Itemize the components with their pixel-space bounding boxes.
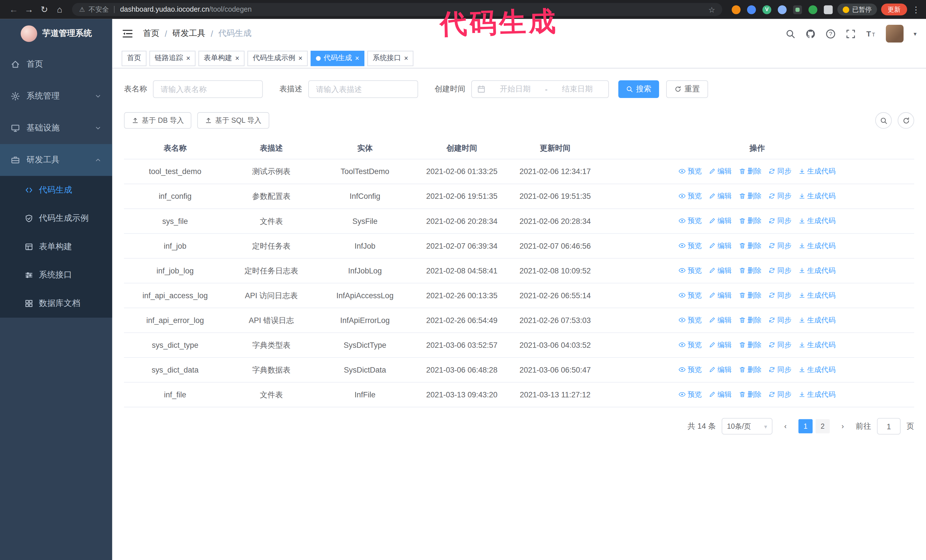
- generate-code-link[interactable]: 生成代码: [798, 365, 836, 374]
- sidebar-item-form-builder[interactable]: 表单构建: [0, 233, 112, 261]
- table-row[interactable]: inf_file 文件表 InfFile 2021-03-13 09:43:20…: [124, 382, 914, 407]
- update-button[interactable]: 更新: [881, 3, 907, 15]
- delete-link[interactable]: 删除: [738, 315, 762, 325]
- sync-link[interactable]: 同步: [769, 389, 791, 399]
- preview-link[interactable]: 预览: [679, 241, 702, 251]
- toggle-search-button[interactable]: [875, 112, 892, 129]
- search-icon[interactable]: [785, 29, 796, 39]
- github-icon[interactable]: [805, 29, 816, 39]
- next-page-button[interactable]: ›: [836, 419, 850, 433]
- table-row[interactable]: inf_job 定时任务表 InfJob 2021-02-07 06:39:34…: [124, 234, 914, 258]
- preview-link[interactable]: 预览: [679, 166, 702, 176]
- delete-link[interactable]: 删除: [738, 365, 762, 374]
- table-row[interactable]: inf_config 参数配置表 InfConfig 2021-02-06 19…: [124, 184, 914, 209]
- date-range-picker[interactable]: 开始日期 - 结束日期: [471, 80, 609, 98]
- extension-icon-6[interactable]: [809, 5, 817, 14]
- tab[interactable]: 代码生成示例 ×: [248, 50, 308, 66]
- delete-link[interactable]: 删除: [738, 166, 762, 176]
- help-icon[interactable]: ?: [826, 29, 836, 39]
- tab-close-icon[interactable]: ×: [404, 55, 408, 62]
- delete-link[interactable]: 删除: [738, 290, 762, 300]
- tab-close-icon[interactable]: ×: [186, 55, 190, 62]
- tab[interactable]: 系统接口 ×: [367, 50, 413, 66]
- delete-link[interactable]: 删除: [738, 340, 762, 350]
- import-db-button[interactable]: 基于 DB 导入: [124, 112, 191, 129]
- sync-link[interactable]: 同步: [769, 191, 791, 201]
- reset-button[interactable]: 重置: [666, 80, 708, 98]
- delete-link[interactable]: 删除: [738, 266, 762, 275]
- generate-code-link[interactable]: 生成代码: [798, 216, 836, 226]
- table-row[interactable]: tool_test_demo 测试示例表 ToolTestDemo 2021-0…: [124, 159, 914, 184]
- extension-icon-5[interactable]: [793, 5, 802, 14]
- browser-menu-icon[interactable]: ⋮: [912, 5, 920, 14]
- edit-link[interactable]: 编辑: [709, 191, 732, 201]
- tab-close-icon[interactable]: ×: [355, 55, 359, 62]
- delete-link[interactable]: 删除: [738, 241, 762, 251]
- preview-link[interactable]: 预览: [679, 389, 702, 399]
- address-bar[interactable]: ⚠ 不安全 dashboard.yudao.iocoder.cn/tool/co…: [72, 3, 722, 16]
- breadcrumb-item-home[interactable]: 首页: [143, 28, 160, 39]
- edit-link[interactable]: 编辑: [709, 290, 732, 300]
- browser-forward-icon[interactable]: →: [21, 0, 37, 19]
- edit-link[interactable]: 编辑: [709, 241, 732, 251]
- edit-link[interactable]: 编辑: [709, 340, 732, 350]
- edit-link[interactable]: 编辑: [709, 315, 732, 325]
- font-size-icon[interactable]: TT: [866, 29, 876, 39]
- paused-badge[interactable]: 已暂停: [837, 3, 877, 15]
- sidebar-item-codegen[interactable]: 代码生成: [0, 176, 112, 204]
- preview-link[interactable]: 预览: [679, 191, 702, 201]
- search-button[interactable]: 搜索: [618, 80, 659, 98]
- generate-code-link[interactable]: 生成代码: [798, 340, 836, 350]
- edit-link[interactable]: 编辑: [709, 389, 732, 399]
- browser-home-icon[interactable]: ⌂: [52, 0, 67, 19]
- generate-code-link[interactable]: 生成代码: [798, 191, 836, 201]
- goto-page-input[interactable]: [877, 418, 901, 435]
- extensions-puzzle-icon[interactable]: [824, 5, 832, 14]
- page-size-select[interactable]: 10条/页 ▾: [722, 418, 772, 435]
- sidebar-item-devtools[interactable]: 研发工具: [0, 144, 112, 176]
- generate-code-link[interactable]: 生成代码: [798, 290, 836, 300]
- refresh-table-button[interactable]: [898, 112, 914, 129]
- sidebar-item-system[interactable]: 系统管理: [0, 80, 112, 112]
- sync-link[interactable]: 同步: [769, 216, 791, 226]
- preview-link[interactable]: 预览: [679, 290, 702, 300]
- extension-icon-4[interactable]: [778, 5, 787, 14]
- preview-link[interactable]: 预览: [679, 216, 702, 226]
- security-label[interactable]: 不安全: [89, 5, 109, 14]
- page-number-button[interactable]: 2: [816, 419, 830, 433]
- edit-link[interactable]: 编辑: [709, 266, 732, 275]
- sync-link[interactable]: 同步: [769, 315, 791, 325]
- sidebar-item-home[interactable]: 首页: [0, 48, 112, 80]
- table-row[interactable]: sys_file 文件表 SysFile 2021-02-06 20:28:34…: [124, 209, 914, 234]
- generate-code-link[interactable]: 生成代码: [798, 266, 836, 275]
- extension-icon-3[interactable]: V: [763, 5, 771, 14]
- sync-link[interactable]: 同步: [769, 166, 791, 176]
- page-number-button[interactable]: 1: [798, 419, 813, 433]
- preview-link[interactable]: 预览: [679, 340, 702, 350]
- sync-link[interactable]: 同步: [769, 290, 791, 300]
- table-row[interactable]: sys_dict_data 字典数据表 SysDictData 2021-03-…: [124, 358, 914, 382]
- fullscreen-icon[interactable]: [846, 29, 856, 39]
- sidebar-item-db-doc[interactable]: 数据库文档: [0, 290, 112, 318]
- hamburger-icon[interactable]: [122, 28, 133, 39]
- app-logo[interactable]: 芋道管理系统: [0, 19, 112, 48]
- tab-close-icon[interactable]: ×: [235, 55, 239, 62]
- tab[interactable]: 表单构建 ×: [198, 50, 244, 66]
- bookmark-star-icon[interactable]: ☆: [708, 5, 715, 14]
- preview-link[interactable]: 预览: [679, 266, 702, 275]
- browser-reload-icon[interactable]: ↻: [37, 0, 52, 19]
- edit-link[interactable]: 编辑: [709, 365, 732, 374]
- tab[interactable]: 代码生成 ×: [310, 50, 365, 66]
- table-row[interactable]: inf_api_access_log API 访问日志表 InfApiAcces…: [124, 283, 914, 308]
- user-avatar[interactable]: [886, 25, 903, 42]
- sidebar-item-api[interactable]: 系统接口: [0, 261, 112, 289]
- browser-back-icon[interactable]: ←: [6, 0, 21, 19]
- table-row[interactable]: inf_api_error_log API 错误日志 InfApiErrorLo…: [124, 308, 914, 333]
- delete-link[interactable]: 删除: [738, 389, 762, 399]
- generate-code-link[interactable]: 生成代码: [798, 389, 836, 399]
- sync-link[interactable]: 同步: [769, 340, 791, 350]
- import-sql-button[interactable]: 基于 SQL 导入: [197, 112, 269, 129]
- tab-close-icon[interactable]: ×: [298, 55, 303, 62]
- edit-link[interactable]: 编辑: [709, 216, 732, 226]
- tab[interactable]: 首页: [122, 50, 147, 66]
